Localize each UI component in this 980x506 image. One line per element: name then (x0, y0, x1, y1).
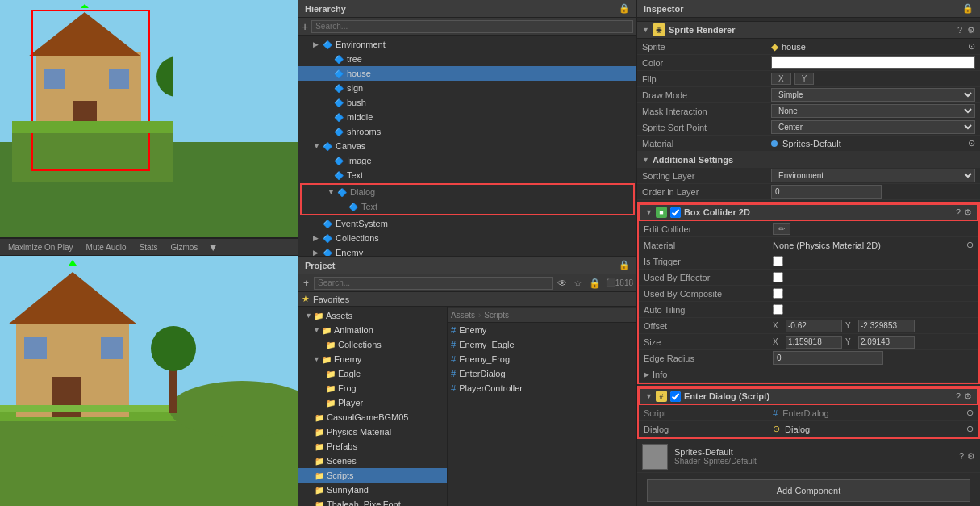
sort-point-dropdown[interactable]: Center (771, 120, 975, 134)
offset-x-input[interactable] (786, 320, 842, 332)
game-view-top[interactable] (0, 0, 298, 238)
hier-item-tree[interactable]: 🔷 tree (298, 52, 636, 66)
inspector-content[interactable]: ▼ ◉ Sprite Renderer ? ⚙ Sprite ◆ house ⊙ (637, 18, 980, 506)
hierarchy-content[interactable]: ▶ 🔷 Environment 🔷 tree 🔷 house (298, 36, 636, 256)
ed-settings-icon[interactable]: ⚙ (964, 391, 972, 402)
proj-label-enemy: Enemy (334, 354, 361, 364)
material-link-icon[interactable]: ⊙ (968, 138, 975, 148)
middle-panel: Hierarchy 🔒 + ▶ 🔷 Environment (298, 0, 637, 506)
proj-item-player[interactable]: 📁 Player (298, 395, 447, 410)
insp-row-info[interactable]: ▶ Info (639, 366, 978, 383)
edge-radius-input[interactable] (773, 351, 883, 365)
edit-collider-btn[interactable]: ✏ (773, 223, 790, 235)
hierarchy-lock-icon[interactable]: 🔒 (619, 3, 630, 14)
path-scripts[interactable]: Scripts (484, 311, 509, 320)
hier-item-canvas[interactable]: ▼ 🔷 Canvas (298, 139, 636, 153)
hier-item-enemy[interactable]: ▶ 🔷 Enemy (298, 245, 636, 256)
hier-item-collections[interactable]: ▶ 🔷 Collections (298, 231, 636, 245)
mask-dropdown[interactable]: None (771, 104, 975, 118)
proj-item-assets[interactable]: ▼ 📁 Assets (298, 308, 447, 323)
proj-item-casualgame[interactable]: 📁 CasualGameBGM05 (298, 410, 447, 424)
proj-item-collections[interactable]: 📁 Collections (298, 337, 447, 352)
project-right-files[interactable]: Assets › Scripts # Enemy # Enemy_Eagle # (448, 307, 636, 506)
proj-item-prefabs[interactable]: 📁 Prefabs (298, 439, 447, 454)
sr-help-icon[interactable]: ? (957, 25, 962, 36)
proj-item-animation[interactable]: ▼ 📁 Animation (298, 323, 447, 337)
hier-item-bush[interactable]: 🔷 bush (298, 95, 636, 110)
bc-material-link-icon[interactable]: ⊙ (966, 240, 974, 250)
hier-add-icon[interactable]: + (302, 20, 308, 33)
proj-item-thaleah[interactable]: 📁 Thaleah_PixelFont (298, 497, 447, 506)
proj-file-enemy-frog[interactable]: # Enemy_Frog (448, 352, 636, 366)
bc-enabled-checkbox[interactable] (670, 207, 681, 218)
project-search-input[interactable] (314, 277, 553, 290)
color-swatch[interactable] (771, 56, 975, 69)
sprite-renderer-section-header[interactable]: ▼ ◉ Sprite Renderer ? ⚙ (637, 21, 980, 39)
enter-dialog-header[interactable]: ▼ # Enter Dialog (Script) ? ⚙ (639, 387, 978, 405)
hier-icon-dialog: 🔷 (337, 188, 348, 197)
inspector-lock-icon[interactable]: 🔒 (962, 3, 974, 14)
proj-icon-enemy: 📁 (322, 355, 332, 364)
game-view-bottom[interactable] (0, 256, 298, 506)
hier-item-text-dialog[interactable]: 🔷 Text (302, 199, 633, 214)
ed-enabled-checkbox[interactable] (670, 391, 681, 402)
proj-file-enemy[interactable]: # Enemy (448, 323, 636, 337)
sprite-link-icon[interactable]: ⊙ (968, 41, 975, 52)
proj-file-enemy-eagle[interactable]: # Enemy_Eagle (448, 337, 636, 352)
add-component-btn[interactable]: Add Component (647, 479, 970, 502)
proj-lock-icon[interactable]: 🔒 (587, 278, 603, 289)
box-collider-header[interactable]: ▼ ■ Box Collider 2D ? ⚙ (639, 203, 978, 221)
hier-item-shrooms[interactable]: 🔷 shrooms (298, 124, 636, 139)
bc-settings-icon[interactable]: ⚙ (964, 207, 972, 218)
proj-item-enemy-folder[interactable]: ▼ 📁 Enemy (298, 352, 447, 366)
bc-help-icon[interactable]: ? (956, 207, 961, 218)
hier-item-environment[interactable]: ▶ 🔷 Environment (298, 37, 636, 52)
proj-file-enterdialog[interactable]: # EnterDialog (448, 366, 636, 381)
proj-file-playercontroller[interactable]: # PlayerController (448, 381, 636, 395)
proj-item-sunnyland[interactable]: 📁 Sunnyland (298, 483, 447, 497)
used-effector-checkbox[interactable] (773, 272, 783, 282)
gizmos-btn[interactable]: Gizmos (167, 242, 201, 253)
proj-eye-icon[interactable]: 👁 (556, 278, 569, 289)
hier-item-text[interactable]: 🔷 Text (298, 168, 636, 182)
hier-item-dialog[interactable]: ▼ 🔷 Dialog (302, 185, 633, 199)
hier-item-house[interactable]: 🔷 house (298, 66, 636, 81)
proj-item-scripts[interactable]: 📁 Scripts (298, 468, 447, 483)
ed-help-icon[interactable]: ? (956, 391, 961, 402)
sr-settings-icon[interactable]: ⚙ (967, 25, 975, 36)
dialog-link-icon[interactable]: ⊙ (966, 424, 974, 434)
proj-star-icon[interactable]: ☆ (572, 278, 584, 289)
sorting-layer-dropdown[interactable]: Environment (771, 169, 975, 182)
mute-audio-btn[interactable]: Mute Audio (83, 242, 130, 253)
hier-item-sign[interactable]: 🔷 sign (298, 81, 636, 95)
size-y-input[interactable] (858, 336, 915, 349)
proj-item-scenes[interactable]: 📁 Scenes (298, 454, 447, 468)
maximize-on-play-btn[interactable]: Maximize On Play (5, 242, 77, 253)
project-left-tree[interactable]: ▼ 📁 Assets ▼ 📁 Animation 📁 C (298, 307, 448, 506)
stats-btn[interactable]: Stats (136, 242, 161, 253)
flip-y-btn[interactable]: Y (794, 73, 815, 85)
hier-item-eventsystem[interactable]: 🔷 EventSystem (298, 216, 636, 231)
script-link-icon[interactable]: ⊙ (966, 408, 974, 418)
material-dot-icon (771, 140, 778, 147)
is-trigger-checkbox[interactable] (773, 256, 783, 266)
sprites-help-icon[interactable]: ? (959, 451, 964, 462)
flip-x-btn[interactable]: X (771, 73, 791, 85)
proj-item-physics[interactable]: 📁 Physics Material (298, 424, 447, 439)
hier-item-image[interactable]: 🔷 Image (298, 153, 636, 168)
size-x-input[interactable] (786, 336, 842, 349)
hier-item-middle[interactable]: 🔷 middle (298, 110, 636, 124)
auto-tiling-checkbox[interactable] (773, 304, 783, 315)
path-assets[interactable]: Assets (451, 311, 475, 320)
insp-row-addl-settings[interactable]: ▼ Additional Settings (637, 152, 980, 168)
offset-y-input[interactable] (858, 320, 915, 332)
proj-item-frog[interactable]: 📁 Frog (298, 381, 447, 395)
used-composite-checkbox[interactable] (773, 288, 783, 299)
project-lock-icon[interactable]: 🔒 (619, 260, 630, 270)
proj-item-eagle[interactable]: 📁 Eagle (298, 366, 447, 381)
proj-add-icon[interactable]: + (302, 278, 311, 289)
hierarchy-search-input[interactable] (311, 20, 633, 33)
sprites-settings-icon[interactable]: ⚙ (967, 451, 975, 462)
order-layer-input[interactable] (771, 185, 882, 199)
drawmode-dropdown[interactable]: Simple (771, 88, 975, 102)
